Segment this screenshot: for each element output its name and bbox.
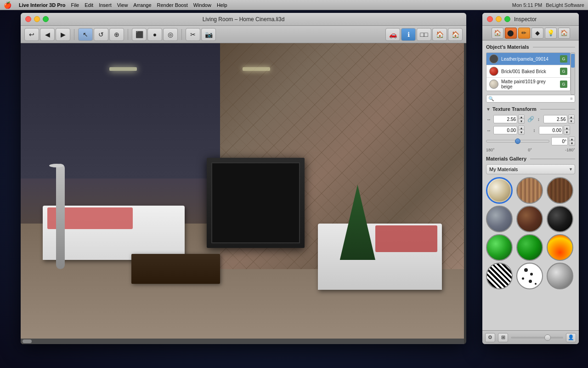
gallery-dropdown[interactable]: My Materials All Materials Favorites	[486, 164, 575, 174]
back-btn[interactable]: ↩	[24, 28, 39, 41]
menu-help[interactable]: Help	[217, 2, 227, 8]
angle-down[interactable]: ▼	[569, 141, 575, 145]
menu-file[interactable]: File	[71, 2, 79, 8]
car-btn[interactable]: 🚗	[385, 28, 400, 41]
material-name-0: Leather/pamela_09014	[501, 57, 557, 62]
inspector-minimize[interactable]	[496, 16, 502, 22]
scissors-btn[interactable]: ✂	[186, 28, 200, 41]
scale-y-down[interactable]: ▼	[569, 119, 574, 123]
mode1-btn[interactable]: ⬛	[132, 28, 147, 41]
gallery-item-10[interactable]	[516, 263, 543, 289]
angle-labels: 180° 0° -180°	[486, 148, 575, 152]
scale-x-stepper[interactable]: ▲ ▼	[518, 115, 525, 124]
angle-stepper[interactable]: ▲ ▼	[569, 137, 575, 146]
gallery-item-6[interactable]	[486, 234, 513, 261]
menu-insert[interactable]: Insert	[99, 2, 112, 8]
menu-app[interactable]: Live Interior 3D Pro	[19, 2, 65, 8]
close-button[interactable]	[25, 16, 31, 22]
person-btn[interactable]: 👤	[566, 333, 576, 342]
offset-y-group: ▲ ▼	[539, 126, 575, 135]
offset-y-stepper[interactable]: ▲ ▼	[564, 126, 570, 135]
info-btn[interactable]: ℹ	[401, 28, 416, 41]
angle-input[interactable]	[551, 137, 568, 145]
angle-up[interactable]: ▲	[569, 137, 575, 141]
room-btn[interactable]: 🏠	[448, 28, 463, 41]
scale-y-up[interactable]: ▲	[569, 115, 574, 119]
gallery-item-3[interactable]	[486, 206, 513, 232]
gallery-item-7[interactable]	[516, 234, 543, 261]
menu-window[interactable]: Window	[193, 2, 211, 8]
material-item-1[interactable]: Brick/001 Baked Brick G	[486, 65, 570, 78]
scale-x-down[interactable]: ▼	[519, 119, 524, 123]
camera-btn[interactable]: 📷	[201, 28, 216, 41]
layout1-btn[interactable]: □□	[417, 28, 431, 41]
gallery-item-4[interactable]	[516, 206, 543, 232]
scale-y-input[interactable]	[543, 115, 567, 123]
mode2-btn[interactable]: ●	[147, 28, 162, 41]
window-titlebar: Living Room – Home Cinema.li3d	[21, 13, 466, 26]
tab-diamond[interactable]: ◆	[531, 28, 543, 39]
viewport-scrollbar[interactable]	[21, 339, 464, 344]
move-btn[interactable]: ⊕	[109, 28, 124, 41]
scale-y-stepper[interactable]: ▲ ▼	[568, 115, 575, 124]
rotate-btn[interactable]: ↺	[94, 28, 108, 41]
menu-edit[interactable]: Edit	[85, 2, 93, 8]
tab-room[interactable]: 🏠	[558, 28, 570, 39]
scale-x-input[interactable]	[493, 115, 517, 123]
gallery-item-9[interactable]	[486, 263, 513, 289]
offset-x-up[interactable]: ▲	[519, 126, 524, 130]
gallery-item-1[interactable]	[516, 177, 543, 204]
next-btn[interactable]: ▶	[56, 28, 70, 41]
gallery-item-0[interactable]	[486, 177, 513, 204]
tab-edit[interactable]: ✏	[518, 28, 530, 39]
collapse-arrow[interactable]: ▼	[486, 107, 491, 112]
search-input[interactable]	[496, 96, 568, 101]
gallery-item-8[interactable]	[547, 234, 573, 261]
tab-sphere[interactable]: ⬤	[505, 28, 517, 39]
prev-btn[interactable]: ◀	[40, 28, 55, 41]
tab-light[interactable]: 💡	[545, 28, 557, 39]
menu-arrange[interactable]: Arrange	[133, 2, 151, 8]
offset-x-stepper[interactable]: ▲ ▼	[518, 126, 525, 135]
gallery-item-5[interactable]	[547, 206, 573, 232]
angle-slider-thumb[interactable]	[515, 138, 520, 144]
main-window: Living Room – Home Cinema.li3d ↩ ◀ ▶ ↖ ↺…	[21, 13, 466, 344]
viewport[interactable]	[21, 43, 464, 344]
menu-render-boost[interactable]: Render Boost	[157, 2, 188, 8]
menu-view[interactable]: View	[117, 2, 128, 8]
objects-materials-header: Object's Materials	[486, 44, 575, 50]
material-item-0[interactable]: Leather/pamela_09014 G	[486, 53, 570, 65]
tab-house[interactable]: 🏠	[492, 28, 503, 39]
scale-x-up[interactable]: ▲	[519, 115, 524, 119]
gallery-item-2[interactable]	[547, 177, 573, 204]
scrollbar-thumb[interactable]	[23, 339, 32, 343]
apple-menu[interactable]: 🍎	[4, 1, 11, 9]
offset-y-input[interactable]	[539, 126, 563, 134]
inspector-panel: Inspector 🏠 ⬤ ✏ ◆ 💡 🏠 Object's Materials…	[482, 13, 579, 344]
size-slider[interactable]	[511, 337, 563, 339]
settings-btn[interactable]: ⚙	[485, 333, 495, 342]
grid-btn[interactable]: ⊞	[498, 333, 508, 342]
material-icon-2: G	[560, 80, 567, 88]
offset-x-down[interactable]: ▼	[519, 130, 524, 134]
offset-x-input[interactable]	[493, 126, 517, 134]
view-group: 🚗 ℹ □□ 🏠 🏠	[385, 28, 463, 41]
gallery-item-11[interactable]	[547, 263, 573, 289]
house-btn[interactable]: 🏠	[432, 28, 447, 41]
mode3-btn[interactable]: ◎	[163, 28, 178, 41]
sep3	[181, 29, 182, 40]
minimize-button[interactable]	[34, 16, 40, 22]
select-btn[interactable]: ↖	[78, 28, 93, 41]
inspector-maximize[interactable]	[504, 16, 510, 22]
search-menu-icon[interactable]: ≡	[570, 96, 573, 101]
material-item-2[interactable]: Matte paint/1019 grey beige G	[486, 78, 570, 91]
scale-y-label: ↕	[536, 117, 542, 122]
angle-slider-track[interactable]	[486, 140, 549, 143]
offset-y-up[interactable]: ▲	[564, 126, 570, 130]
inspector-close[interactable]	[487, 16, 493, 22]
materials-scrollbar[interactable]	[571, 52, 575, 95]
size-slider-thumb[interactable]	[544, 334, 551, 341]
maximize-button[interactable]	[43, 16, 49, 22]
offset-y-down[interactable]: ▼	[564, 130, 570, 134]
link-icon[interactable]: 🔗	[527, 116, 534, 122]
